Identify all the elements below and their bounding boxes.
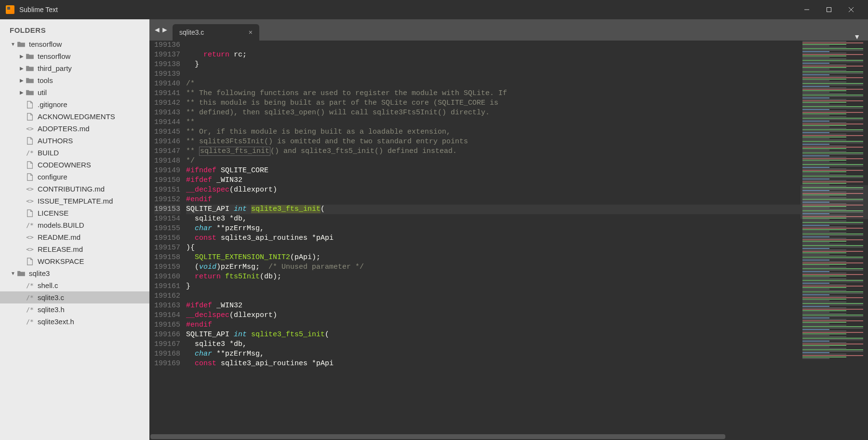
maximize-button[interactable] [818, 0, 840, 19]
line-number[interactable]: 199141 [154, 89, 180, 98]
file-item[interactable]: WORKSPACE [0, 255, 149, 267]
file-item[interactable]: <>ADOPTERS.md [0, 123, 149, 135]
minimap-viewport[interactable] [801, 185, 868, 219]
code-line[interactable]: const sqlite3_api_routines *pApi [186, 234, 801, 243]
tab-nav-left-icon[interactable]: ◄ [153, 26, 161, 34]
code-line[interactable]: SQLITE_API int sqlite3_fts_init( [186, 205, 801, 214]
file-item[interactable]: CODEOWNERS [0, 159, 149, 171]
code-line[interactable]: return rc; [186, 50, 801, 60]
line-number[interactable]: 199157 [154, 243, 180, 253]
file-item[interactable]: .gitignore [0, 98, 149, 110]
file-item[interactable]: LICENSE [0, 207, 149, 219]
code-line[interactable]: char **pzErrMsg, [186, 349, 801, 359]
code-line[interactable]: #ifndef SQLITE_CORE [186, 166, 801, 176]
line-number[interactable]: 199161 [154, 282, 180, 291]
line-number[interactable]: 199164 [154, 311, 180, 320]
line-number-gutter[interactable]: 1991361991371991381991391991401991411991… [149, 41, 186, 433]
code-line[interactable]: const sqlite3_api_routines *pApi [186, 359, 801, 369]
tab-menu-icon[interactable]: ▼ [846, 33, 868, 41]
code-line[interactable]: ** sqlite3_fts_init() and sqlite3_fts5_i… [186, 147, 801, 156]
line-number[interactable]: 199140 [154, 79, 180, 89]
tab-active[interactable]: sqlite3.c × [173, 24, 259, 41]
line-number[interactable]: 199167 [154, 340, 180, 349]
folder-item[interactable]: ▶tensorflow [0, 50, 149, 62]
code-line[interactable]: return fts5Init(db); [186, 272, 801, 282]
tab-nav-right-icon[interactable]: ► [161, 26, 169, 34]
line-number[interactable]: 199155 [154, 224, 180, 234]
disclosure-icon[interactable]: ▼ [10, 271, 16, 276]
line-number[interactable]: 199143 [154, 108, 180, 118]
file-item[interactable]: configure [0, 171, 149, 183]
line-number[interactable]: 199146 [154, 137, 180, 147]
code-line[interactable]: ** The following functions are used to r… [186, 89, 801, 98]
line-number[interactable]: 199163 [154, 301, 180, 311]
line-number[interactable]: 199147 [154, 147, 180, 156]
line-number[interactable]: 199148 [154, 156, 180, 166]
line-number[interactable]: 199160 [154, 272, 180, 282]
file-item[interactable]: <>README.md [0, 231, 149, 243]
file-item[interactable]: /*shell.c [0, 279, 149, 291]
line-number[interactable]: 199151 [154, 185, 180, 195]
code-line[interactable]: ** defined), then sqlite3_open() will ca… [186, 108, 801, 118]
code-line[interactable]: /* [186, 79, 801, 89]
line-number[interactable]: 199137 [154, 50, 180, 60]
code-line[interactable] [186, 69, 801, 79]
folder-item[interactable]: ▶tools [0, 74, 149, 86]
code-line[interactable]: char **pzErrMsg, [186, 224, 801, 234]
line-number[interactable]: 199168 [154, 349, 180, 359]
minimap[interactable] [801, 41, 868, 433]
code-line[interactable]: sqlite3 *db, [186, 214, 801, 224]
folder-item[interactable]: ▼sqlite3 [0, 267, 149, 279]
minimize-button[interactable] [796, 0, 818, 19]
file-item[interactable]: <>RELEASE.md [0, 243, 149, 255]
line-number[interactable]: 199138 [154, 60, 180, 69]
line-number[interactable]: 199166 [154, 330, 180, 340]
line-number[interactable]: 199153 [154, 205, 180, 214]
scrollbar-thumb[interactable] [150, 434, 725, 439]
line-number[interactable]: 199142 [154, 98, 180, 108]
code-line[interactable]: ** [186, 118, 801, 127]
file-item[interactable]: ACKNOWLEDGMENTS [0, 110, 149, 123]
line-number[interactable]: 199165 [154, 320, 180, 330]
code-line[interactable]: ){ [186, 243, 801, 253]
folder-item[interactable]: ▼tensorflow [0, 38, 149, 50]
code-line[interactable]: __declspec(dllexport) [186, 185, 801, 195]
tab-close-icon[interactable]: × [249, 28, 253, 36]
code-line[interactable]: #endif [186, 320, 801, 330]
line-number[interactable]: 199159 [154, 262, 180, 272]
file-item[interactable]: /*sqlite3.c [0, 291, 149, 303]
line-number[interactable]: 199162 [154, 291, 180, 301]
file-item[interactable]: /*sqlite3.h [0, 303, 149, 316]
file-item[interactable]: /*BUILD [0, 147, 149, 159]
code-line[interactable]: sqlite3 *db, [186, 340, 801, 349]
disclosure-icon[interactable]: ▶ [18, 90, 25, 95]
disclosure-icon[interactable]: ▶ [18, 78, 25, 83]
code-line[interactable]: ** this module is being built as part of… [186, 98, 801, 108]
line-number[interactable]: 199149 [154, 166, 180, 176]
line-number[interactable]: 199144 [154, 118, 180, 127]
line-number[interactable]: 199136 [154, 41, 180, 50]
line-number[interactable]: 199139 [154, 69, 180, 79]
code-line[interactable]: ** Or, if this module is being built as … [186, 127, 801, 137]
disclosure-icon[interactable]: ▶ [18, 66, 25, 71]
line-number[interactable]: 199158 [154, 253, 180, 262]
line-number[interactable]: 199150 [154, 176, 180, 185]
code-line[interactable] [186, 41, 801, 50]
file-item[interactable]: <>CONTRIBUTING.md [0, 183, 149, 195]
code-line[interactable]: #ifdef _WIN32 [186, 176, 801, 185]
code-line[interactable]: SQLITE_EXTENSION_INIT2(pApi); [186, 253, 801, 262]
disclosure-icon[interactable]: ▶ [18, 54, 25, 59]
code-line[interactable]: SQLITE_API int sqlite3_fts5_init( [186, 330, 801, 340]
file-item[interactable]: AUTHORS [0, 135, 149, 147]
folder-item[interactable]: ▶util [0, 86, 149, 98]
disclosure-icon[interactable]: ▼ [10, 41, 16, 47]
code-line[interactable]: (void)pzErrMsg; /* Unused parameter */ [186, 262, 801, 272]
file-item[interactable]: /*models.BUILD [0, 219, 149, 231]
code-line[interactable]: #endif [186, 195, 801, 205]
line-number[interactable]: 199152 [154, 195, 180, 205]
file-item[interactable]: <>ISSUE_TEMPLATE.md [0, 195, 149, 207]
code-line[interactable]: */ [186, 156, 801, 166]
code-editor[interactable]: return rc; }/*** The following functions… [186, 41, 801, 433]
line-number[interactable]: 199145 [154, 127, 180, 137]
code-line[interactable]: #ifdef _WIN32 [186, 301, 801, 311]
